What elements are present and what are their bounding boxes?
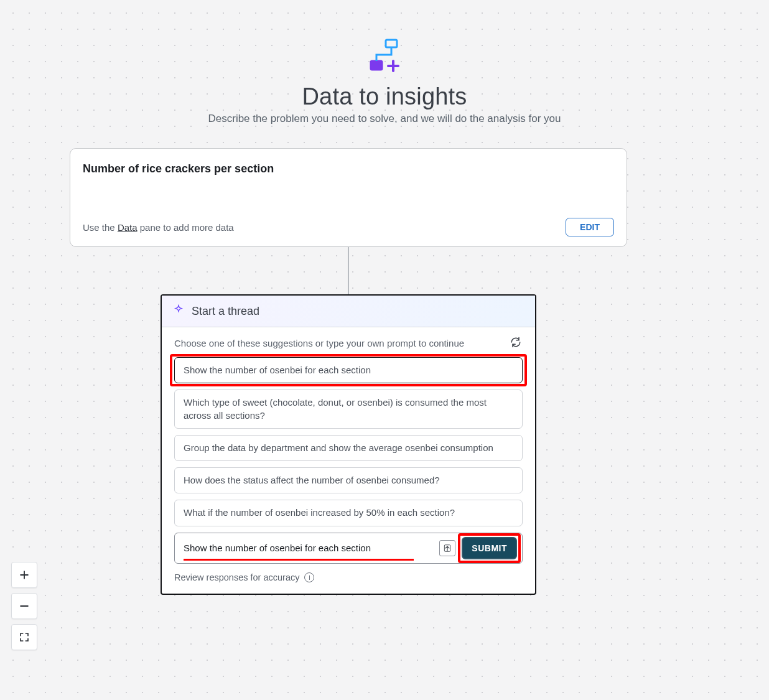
underline-annotation bbox=[184, 559, 414, 561]
zoom-controls bbox=[11, 562, 37, 650]
thread-title: Start a thread bbox=[192, 305, 259, 318]
sparkle-icon bbox=[173, 304, 184, 318]
prompt-input[interactable] bbox=[184, 539, 433, 557]
hero-title: Data to insights bbox=[105, 83, 664, 110]
hero: Data to insights Describe the problem yo… bbox=[105, 37, 664, 125]
data-pane-link[interactable]: Data bbox=[118, 222, 137, 233]
suggestion-1[interactable]: Show the number of osenbei for each sect… bbox=[174, 357, 523, 383]
flow-icon bbox=[105, 37, 664, 80]
suggestion-5[interactable]: What if the number of osenbei increased … bbox=[174, 500, 523, 526]
suggestion-prompt: Choose one of these suggestions or type … bbox=[174, 338, 464, 348]
fit-screen-button[interactable] bbox=[11, 624, 37, 650]
summary-text: Number of rice crackers per section bbox=[83, 162, 614, 175]
refresh-suggestions-button[interactable] bbox=[509, 336, 523, 350]
connector-line bbox=[348, 247, 349, 294]
attach-button[interactable] bbox=[439, 540, 455, 556]
summary-card: Number of rice crackers per section Use … bbox=[70, 148, 627, 247]
data-hint: Use the Data pane to add more data bbox=[83, 222, 234, 233]
hero-subtitle: Describe the problem you need to solve, … bbox=[105, 113, 664, 125]
zoom-out-button[interactable] bbox=[11, 593, 37, 619]
suggestion-2[interactable]: Which type of sweet (chocolate, donut, o… bbox=[174, 390, 523, 429]
suggestion-4[interactable]: How does the status affect the number of… bbox=[174, 467, 523, 493]
zoom-in-button[interactable] bbox=[11, 562, 37, 588]
svg-rect-0 bbox=[386, 40, 397, 47]
submit-button[interactable]: SUBMIT bbox=[462, 537, 517, 559]
prompt-input-row: SUBMIT bbox=[174, 533, 523, 564]
edit-button[interactable]: EDIT bbox=[566, 218, 614, 236]
thread-header: Start a thread bbox=[162, 296, 535, 327]
svg-rect-1 bbox=[371, 61, 382, 70]
thread-card: Start a thread Choose one of these sugge… bbox=[161, 294, 536, 595]
accuracy-note: Review responses for accuracy i bbox=[174, 572, 523, 582]
suggestion-3[interactable]: Group the data by department and show th… bbox=[174, 435, 523, 461]
info-icon[interactable]: i bbox=[304, 572, 314, 582]
